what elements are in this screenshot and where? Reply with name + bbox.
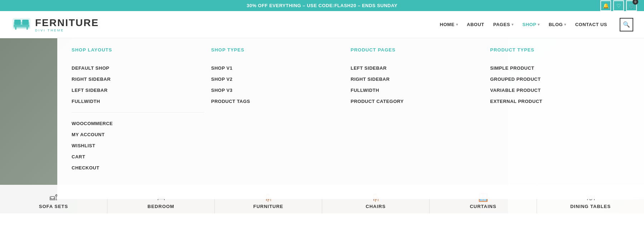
chevron-down-icon: ▾ — [456, 23, 458, 26]
notification-button[interactable]: 🔔 — [600, 0, 611, 11]
menu-col-title-product-pages: PRODUCT PAGES — [351, 47, 483, 56]
svg-rect-4 — [14, 25, 29, 27]
category-label-furniture: FURNITURE — [253, 204, 283, 209]
menu-item-simple-product[interactable]: SIMPLE PRODUCT — [490, 63, 623, 74]
wishlist-button[interactable]: ♡ — [613, 0, 624, 11]
menu-item-variable-product[interactable]: VARIABLE PRODUCT — [490, 85, 623, 96]
nav-blog[interactable]: BLOG ▾ — [549, 22, 566, 27]
menu-item-checkout[interactable]: CHECKOUT — [72, 162, 204, 173]
sofa-icon: 🛋 — [50, 193, 58, 202]
category-label-curtains: CURTAINS — [470, 204, 496, 209]
svg-rect-5 — [15, 27, 16, 30]
menu-item-pp-right-sidebar[interactable]: RIGHT SIDEBAR — [351, 74, 483, 85]
site-header: FERNITURE DIVI THEME HOME ▾ ABOUT PAGES … — [0, 11, 644, 38]
menu-item-shop-v1[interactable]: SHOP V1 — [211, 63, 344, 74]
menu-item-grouped-product[interactable]: GROUPED PRODUCT — [490, 74, 623, 85]
menu-item-default-shop[interactable]: DEFAULT SHOP — [72, 63, 204, 74]
menu-item-right-sidebar[interactable]: RIGHT SIDEBAR — [72, 74, 204, 85]
category-label-bedroom: BEDROOM — [147, 204, 174, 209]
announcement-bar: 30% OFF EVERYTHING – USE CODE:FLASH20 – … — [0, 0, 644, 11]
chevron-down-icon: ▾ — [512, 23, 514, 26]
menu-item-left-sidebar[interactable]: LEFT SIDEBAR — [72, 85, 204, 96]
menu-item-shop-v2[interactable]: SHOP V2 — [211, 74, 344, 85]
mega-menu: SHOP LAYOUTS DEFAULT SHOP RIGHT SIDEBAR … — [57, 38, 644, 199]
category-label-sofa: SOFA SETS — [39, 204, 68, 209]
menu-item-cart[interactable]: CART — [72, 151, 204, 162]
menu-item-product-category[interactable]: PRODUCT CATEGORY — [351, 96, 483, 107]
menu-col-shop-types: SHOP TYPES SHOP V1 SHOP V2 SHOP V3 PRODU… — [211, 47, 351, 185]
logo-icon — [11, 15, 32, 34]
search-button[interactable]: 🔍 — [620, 18, 633, 31]
nav-home[interactable]: HOME ▾ — [440, 22, 458, 27]
logo-area[interactable]: FERNITURE DIVI THEME — [11, 15, 99, 34]
menu-item-product-tags[interactable]: PRODUCT TAGS — [211, 96, 344, 107]
svg-rect-6 — [26, 27, 28, 30]
logo-text: FERNITURE DIVI THEME — [35, 17, 99, 32]
menu-item-fullwidth[interactable]: FULLWIDTH — [72, 96, 204, 107]
menu-col-shop-layouts: SHOP LAYOUTS DEFAULT SHOP RIGHT SIDEBAR … — [72, 47, 211, 185]
svg-rect-2 — [14, 20, 21, 25]
svg-rect-3 — [22, 20, 29, 25]
menu-item-pp-fullwidth[interactable]: FULLWIDTH — [351, 85, 483, 96]
menu-item-external-product[interactable]: EXTERNAL PRODUCT — [490, 96, 623, 107]
menu-item-shop-v3[interactable]: SHOP V3 — [211, 85, 344, 96]
category-label-chairs: CHAIRS — [366, 204, 386, 209]
cart-button[interactable]: 🛒 0 — [626, 0, 637, 11]
nav-contact[interactable]: CONTACT US — [575, 22, 607, 27]
menu-item-wishlist[interactable]: WISHLIST — [72, 140, 204, 151]
menu-col-title-shop-layouts: SHOP LAYOUTS — [72, 47, 204, 56]
announcement-text: 30% OFF EVERYTHING – USE CODE:FLASH20 – … — [247, 3, 397, 8]
menu-col-title-product-types: PRODUCT TYPES — [490, 47, 623, 56]
chevron-down-icon: ▾ — [538, 23, 540, 26]
heart-icon: ♡ — [616, 3, 621, 9]
header-icons: 🔔 ♡ 🛒 0 — [600, 0, 637, 11]
page-body: SHOP LAYOUTS DEFAULT SHOP RIGHT SIDEBAR … — [0, 38, 644, 213]
main-nav: HOME ▾ ABOUT PAGES ▾ SHOP ▾ BLOG ▾ CONTA… — [440, 18, 633, 31]
logo-name: FERNITURE — [35, 17, 99, 29]
category-label-dining: DINING TABLES — [570, 204, 611, 209]
menu-item-my-account[interactable]: MY ACCOUNT — [72, 129, 204, 140]
bell-icon: 🔔 — [603, 3, 609, 9]
nav-pages[interactable]: PAGES ▾ — [493, 22, 514, 27]
chevron-down-icon: ▾ — [564, 23, 566, 26]
cart-count-badge: 0 — [633, 0, 638, 5]
nav-shop[interactable]: SHOP ▾ — [522, 22, 539, 27]
nav-about[interactable]: ABOUT — [467, 22, 484, 27]
search-icon: 🔍 — [623, 21, 630, 28]
menu-divider — [72, 112, 204, 113]
menu-col-product-pages: PRODUCT PAGES LEFT SIDEBAR RIGHT SIDEBAR… — [351, 47, 490, 185]
menu-col-product-types: PRODUCT TYPES SIMPLE PRODUCT GROUPED PRO… — [490, 47, 630, 185]
menu-item-woocommerce[interactable]: WOOCOMMERCE — [72, 118, 204, 129]
menu-col-title-shop-types: SHOP TYPES — [211, 47, 344, 56]
menu-item-pp-left-sidebar[interactable]: LEFT SIDEBAR — [351, 63, 483, 74]
logo-sub: DIVI THEME — [35, 29, 99, 32]
